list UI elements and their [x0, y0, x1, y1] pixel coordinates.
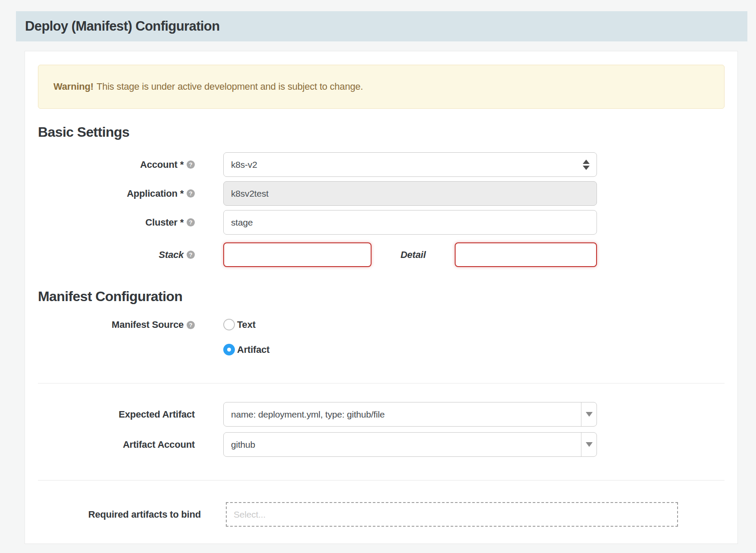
- warning-message: This stage is under active development a…: [97, 81, 363, 92]
- artifact-account-row: Artifact Account github: [38, 432, 725, 457]
- cluster-input[interactable]: stage: [223, 210, 597, 235]
- radio-selected-icon[interactable]: [223, 344, 235, 355]
- detail-label: Detail: [400, 249, 426, 261]
- required-artifacts-multiselect[interactable]: Select...: [226, 502, 678, 527]
- manifest-source-row: Manifest Source ? Text Artifact: [38, 319, 725, 355]
- expected-artifact-row: Expected Artifact name: deployment.yml, …: [38, 402, 725, 427]
- expected-artifact-label: Expected Artifact: [119, 409, 195, 420]
- required-artifacts-label-cell: Required artifacts to bind: [38, 509, 201, 520]
- application-input-value: k8sv2test: [231, 189, 269, 199]
- expected-artifact-dropdown[interactable]: name: deployment.yml, type: github/file: [223, 402, 597, 427]
- application-label: Application: [127, 188, 178, 199]
- cluster-label: Cluster: [145, 217, 177, 228]
- help-icon[interactable]: ?: [187, 218, 195, 226]
- account-label-cell: Account * ?: [38, 159, 195, 170]
- page-title: Deploy (Manifest) Configuration: [25, 19, 220, 34]
- application-row: Application * ? k8sv2test: [38, 181, 725, 206]
- account-select[interactable]: k8s-v2: [223, 152, 597, 177]
- select-arrows-icon: [583, 160, 590, 170]
- manifest-source-radio-artifact[interactable]: Artifact: [223, 344, 269, 355]
- basic-settings-heading: Basic Settings: [38, 125, 725, 139]
- help-icon[interactable]: ?: [187, 160, 195, 169]
- artifact-account-dropdown[interactable]: github: [223, 432, 597, 457]
- cluster-row: Cluster * ? stage: [38, 210, 725, 235]
- stack-label-cell: Stack ?: [38, 249, 195, 261]
- manifest-source-radio-text[interactable]: Text: [223, 319, 269, 330]
- account-required-asterisk: *: [180, 159, 184, 170]
- cluster-input-value: stage: [231, 217, 253, 228]
- application-input: k8sv2test: [223, 181, 597, 206]
- stage-config-header: Deploy (Manifest) Configuration: [16, 11, 747, 41]
- manifest-configuration-heading: Manifest Configuration: [38, 289, 725, 303]
- cluster-label-cell: Cluster * ?: [38, 217, 195, 228]
- expected-artifact-value: name: deployment.yml, type: github/file: [231, 409, 384, 420]
- artifact-account-value: github: [231, 440, 255, 450]
- caret-down-icon: [586, 442, 593, 447]
- help-icon[interactable]: ?: [187, 251, 195, 259]
- section-divider: [38, 480, 725, 481]
- dropdown-caret-button[interactable]: [581, 433, 597, 456]
- required-artifacts-placeholder: Select...: [234, 509, 266, 520]
- manifest-source-label: Manifest Source: [112, 319, 184, 330]
- detail-input[interactable]: [455, 242, 597, 267]
- application-label-cell: Application * ?: [38, 188, 195, 199]
- artifact-account-label-cell: Artifact Account: [38, 439, 195, 450]
- manifest-source-text-label: Text: [237, 319, 256, 330]
- config-card: Warning! This stage is under active deve…: [25, 51, 738, 544]
- account-select-value: k8s-v2: [231, 160, 257, 170]
- page: Deploy (Manifest) Configuration Warning!…: [0, 0, 756, 553]
- artifact-account-label: Artifact Account: [123, 439, 195, 450]
- radio-unselected-icon[interactable]: [223, 319, 235, 330]
- expected-artifact-label-cell: Expected Artifact: [38, 409, 195, 420]
- warning-alert: Warning! This stage is under active deve…: [38, 65, 725, 109]
- required-artifacts-label: Required artifacts to bind: [88, 509, 201, 520]
- manifest-source-artifact-label: Artifact: [237, 344, 269, 355]
- required-artifacts-row: Required artifacts to bind Select...: [38, 502, 725, 527]
- caret-down-icon: [586, 412, 593, 417]
- manifest-source-label-cell: Manifest Source ?: [38, 319, 195, 331]
- stack-input[interactable]: [223, 242, 372, 267]
- stack-label: Stack: [159, 249, 184, 261]
- help-icon[interactable]: ?: [187, 321, 195, 329]
- section-divider: [38, 383, 725, 383]
- dropdown-caret-button[interactable]: [581, 402, 597, 426]
- account-label: Account: [140, 159, 178, 170]
- cluster-required-asterisk: *: [180, 217, 184, 228]
- application-required-asterisk: *: [180, 188, 184, 199]
- account-row: Account * ? k8s-v2: [38, 152, 725, 177]
- help-icon[interactable]: ?: [187, 189, 195, 198]
- stack-detail-row: Stack ? Detail: [38, 242, 725, 267]
- warning-title: Warning!: [53, 81, 94, 92]
